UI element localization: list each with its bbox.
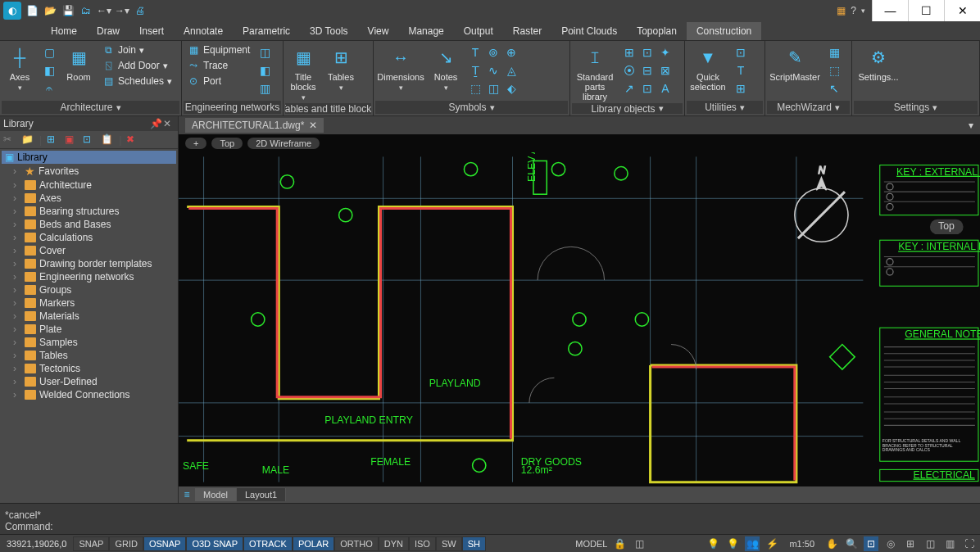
document-tab[interactable]: ARCHITECTURAL1.dwg* ✕	[185, 118, 324, 133]
tree-item[interactable]: ›Tables	[2, 349, 176, 362]
tree-item[interactable]: ›Welded Connections	[2, 388, 176, 401]
panel-library[interactable]: Library objects ▾	[572, 103, 683, 114]
mech-icon[interactable]: ▦	[826, 44, 842, 61]
scale-readout[interactable]: m1:50	[784, 539, 819, 549]
zoom-window-icon[interactable]: ⊡	[864, 536, 878, 551]
view-icon[interactable]: ⊞	[903, 536, 918, 551]
std-parts-button[interactable]: 𝙸Standard parts library	[572, 43, 618, 103]
panel-tables[interactable]: Tables and title blocks	[285, 103, 371, 114]
command-line[interactable]: *cancel* Command:	[0, 503, 980, 534]
tree-item[interactable]: ›Architecture	[2, 179, 176, 192]
quick-selection-button[interactable]: ▼Quick selection	[687, 43, 729, 93]
menu-topoplan[interactable]: Topoplan	[627, 22, 687, 40]
workspace-icon[interactable]: ▦	[837, 5, 846, 16]
menu-annotate[interactable]: Annotate	[174, 22, 233, 40]
menu-parametric[interactable]: Parametric	[233, 22, 300, 40]
dimensions-button[interactable]: ↔Dimensions▾	[375, 43, 426, 93]
room-button[interactable]: ▦Room	[61, 43, 97, 84]
tree-item[interactable]: ›Axes	[2, 192, 176, 205]
join-button[interactable]: ⧉Join ▾	[98, 43, 175, 57]
panel-settings[interactable]: Settings▾	[854, 101, 978, 114]
menu-construction[interactable]: Construction	[687, 22, 761, 40]
zoom-icon[interactable]: 🔍	[844, 536, 859, 551]
flash-icon[interactable]: ⚡	[764, 536, 779, 551]
sym-icon[interactable]: ⊚	[485, 44, 501, 61]
tables-button[interactable]: ⊞Tables▾	[323, 43, 359, 93]
tree-item[interactable]: ›Engineering networks	[2, 270, 176, 283]
scriptmaster-button[interactable]: ✎ScriptMaster	[767, 43, 823, 84]
mech-icon[interactable]: ⬚	[826, 62, 842, 79]
toggle-polar[interactable]: POLAR	[293, 536, 334, 551]
port-button[interactable]: ⊙Port	[184, 74, 253, 88]
tree-item[interactable]: ›Samples	[2, 336, 176, 349]
lib-icon[interactable]: ⊞	[621, 44, 637, 61]
toggle-o3dsnap[interactable]: O3D SNAP	[186, 536, 243, 551]
title-blocks-button[interactable]: ▦Title blocks▾	[285, 43, 321, 103]
bulb2-icon[interactable]: 💡	[725, 536, 740, 551]
close-tab-icon[interactable]: ✕	[309, 120, 317, 131]
undo-icon[interactable]: ←▾	[97, 3, 111, 18]
tree-item[interactable]: ›Markers	[2, 296, 176, 310]
toggle-osnap[interactable]: OSNAP	[143, 536, 187, 551]
add-door-button[interactable]: ⍂Add Door ▾	[98, 58, 175, 73]
sym-icon[interactable]: ∿	[485, 62, 501, 79]
mech-icon[interactable]: ↖	[826, 80, 842, 97]
print-icon[interactable]: 🖨	[133, 3, 147, 18]
menu-raster[interactable]: Raster	[503, 22, 551, 40]
panel-engnet[interactable]: Engineering networks	[184, 101, 281, 114]
tree-item[interactable]: ›Drawing border templates	[2, 257, 176, 270]
tree-item[interactable]: ›Materials	[2, 310, 176, 323]
tool-icon[interactable]: ⊞	[47, 133, 60, 147]
fullscreen-icon[interactable]: ⛶	[962, 536, 977, 551]
trace-button[interactable]: ⤳Trace	[184, 58, 253, 73]
model-tab[interactable]: Model	[195, 488, 237, 501]
arch-tool-icon[interactable]: ◧	[41, 62, 57, 79]
toggle-snap[interactable]: SNAP	[73, 536, 109, 551]
toggle-sw[interactable]: SW	[436, 536, 462, 551]
toggle-grid[interactable]: GRID	[109, 536, 143, 551]
tree-item[interactable]: ›Calculations	[2, 231, 176, 244]
tool-icon[interactable]: 📋	[101, 133, 114, 147]
tree-item[interactable]: ›Beds and Bases	[2, 218, 176, 231]
open-icon[interactable]: 📂	[43, 3, 57, 18]
tree-item[interactable]: ›User-Defined	[2, 375, 176, 388]
toggle-ortho[interactable]: ORTHO	[334, 536, 379, 551]
lib-icon[interactable]: ⊡	[639, 44, 656, 61]
lib-icon[interactable]: A	[657, 80, 674, 97]
status-icon[interactable]: ◫	[632, 536, 647, 551]
arch-tool-icon[interactable]: ▢	[41, 44, 57, 61]
maximize-button[interactable]: ☐	[908, 0, 944, 21]
pan-icon[interactable]: ✋	[824, 536, 839, 551]
tree-favorites[interactable]: ›★Favorites	[2, 164, 176, 179]
layout-menu-icon[interactable]: ≡	[179, 486, 195, 503]
saveall-icon[interactable]: 🗂	[79, 3, 93, 18]
panel-architecture[interactable]: Architecture ▾	[2, 101, 179, 114]
eng-tool-icon[interactable]: ▥	[256, 80, 273, 97]
arch-tool-icon[interactable]: 𝄐	[41, 80, 57, 97]
lib-icon[interactable]: ⊠	[657, 62, 674, 79]
panel-utilities[interactable]: Utilities ▾	[687, 101, 763, 114]
tree-item[interactable]: ›Cover	[2, 244, 176, 257]
tree-item[interactable]: ›Groups	[2, 283, 176, 296]
sym-icon[interactable]: ◫	[485, 80, 501, 97]
menu-view[interactable]: View	[358, 22, 399, 40]
minimize-button[interactable]: —	[872, 0, 908, 21]
tool-icon[interactable]: 📁	[21, 133, 34, 147]
eng-tool-icon[interactable]: ◧	[256, 62, 273, 79]
sym-icon[interactable]: Ṯ	[467, 62, 483, 79]
util-icon[interactable]: ⊡	[733, 44, 749, 61]
settings-button[interactable]: ⚙Settings...	[854, 43, 903, 84]
pin-icon[interactable]: 📌	[150, 118, 161, 129]
view3-icon[interactable]: ▥	[942, 536, 957, 551]
close-button[interactable]: ✕	[944, 0, 980, 21]
viewcube-add[interactable]: +	[185, 138, 206, 149]
layout1-tab[interactable]: Layout1	[237, 488, 286, 501]
tab-dropdown-icon[interactable]: ▾	[962, 120, 980, 131]
sym-icon[interactable]: ◬	[503, 62, 519, 79]
tree-item[interactable]: ›Tectonics	[2, 362, 176, 375]
toggle-iso[interactable]: ISO	[409, 536, 436, 551]
view2-icon[interactable]: ◫	[923, 536, 937, 551]
notes-button[interactable]: ↘Notes▾	[428, 43, 464, 93]
menu-output[interactable]: Output	[454, 22, 503, 40]
redo-icon[interactable]: →▾	[115, 3, 129, 18]
